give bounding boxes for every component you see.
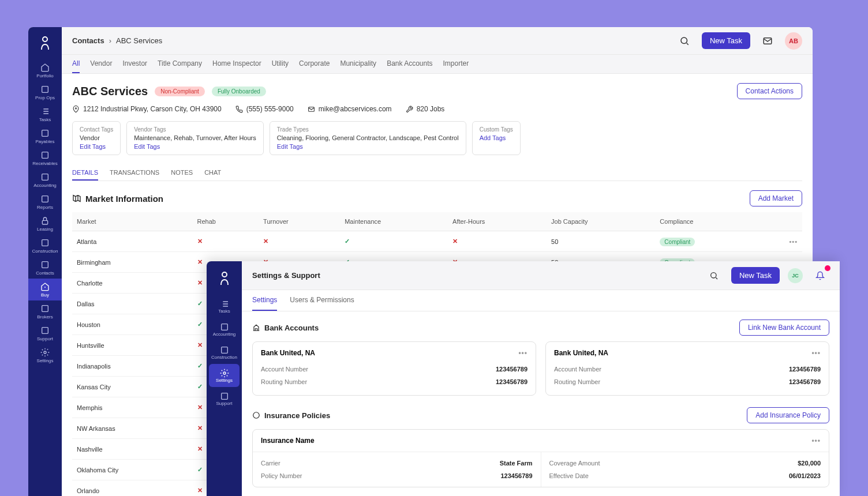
svg-rect-2 bbox=[42, 130, 48, 136]
bank-card: Bank United, NA••• Account Number1234567… bbox=[545, 341, 829, 396]
sidebar-item-settings[interactable]: Settings bbox=[209, 364, 240, 387]
settings-icon bbox=[40, 348, 50, 357]
svg-point-14 bbox=[75, 107, 76, 108]
svg-rect-7 bbox=[42, 239, 48, 246]
contact-actions-button[interactable]: Contact Actions bbox=[737, 83, 802, 99]
sidebar-item-tasks[interactable]: Tasks bbox=[207, 295, 242, 318]
more-icon[interactable]: ••• bbox=[811, 349, 821, 357]
portfolio-icon bbox=[40, 63, 50, 72]
sidebar-item-accounting[interactable]: Accounting bbox=[207, 318, 242, 341]
tab-home-inspector[interactable]: Home Inspector bbox=[212, 55, 261, 73]
avatar[interactable]: JC bbox=[788, 268, 803, 283]
search-icon[interactable] bbox=[675, 32, 694, 50]
more-icon[interactable]: ••• bbox=[518, 349, 527, 357]
overlay-window: TasksAccountingConstructionSettingsSuppo… bbox=[207, 261, 840, 496]
new-task-button[interactable]: New Task bbox=[702, 32, 750, 49]
add-market-button[interactable]: Add Market bbox=[750, 190, 802, 206]
tab-investor[interactable]: Investor bbox=[122, 55, 147, 73]
logo-icon bbox=[214, 268, 235, 289]
check-icon: ✓ bbox=[197, 383, 203, 390]
tab-utility[interactable]: Utility bbox=[272, 55, 289, 73]
tab-municipality[interactable]: Municipality bbox=[340, 55, 376, 73]
email: mike@abcservices.com bbox=[308, 105, 392, 113]
insurance-section-title: Insurance Policies bbox=[252, 411, 330, 420]
breadcrumb-current: ABC Services bbox=[116, 36, 162, 45]
tab-importer[interactable]: Importer bbox=[443, 55, 469, 73]
bank-card: Bank United, NA••• Account Number1234567… bbox=[252, 341, 536, 396]
sidebar-item-reports[interactable]: Reports bbox=[28, 191, 62, 213]
svg-point-11 bbox=[44, 351, 46, 354]
receivables-icon bbox=[40, 151, 50, 160]
sidebar-item-leasing[interactable]: Leasing bbox=[28, 213, 62, 235]
status-badge: Compliant bbox=[660, 238, 695, 246]
overlay-title: Settings & Support bbox=[252, 271, 320, 280]
more-icon[interactable]: ••• bbox=[811, 437, 821, 445]
breadcrumb: Contacts › ABC Services bbox=[72, 36, 162, 45]
overlay-sidebar: TasksAccountingConstructionSettingsSuppo… bbox=[207, 261, 242, 496]
topbar: Contacts › ABC Services New Task AB bbox=[62, 27, 813, 55]
new-task-button[interactable]: New Task bbox=[731, 267, 780, 284]
search-icon[interactable] bbox=[705, 266, 723, 285]
svg-rect-9 bbox=[42, 305, 48, 311]
edit-tags-link[interactable]: Add Tags bbox=[480, 134, 513, 141]
breadcrumb-root[interactable]: Contacts bbox=[72, 36, 104, 45]
tab-title-company[interactable]: Title Company bbox=[158, 55, 202, 73]
cross-icon: ✕ bbox=[197, 341, 203, 348]
sidebar-item-accounting[interactable]: Accounting bbox=[28, 169, 62, 191]
sidebar-item-support[interactable]: Support bbox=[207, 387, 242, 410]
avatar[interactable]: AB bbox=[785, 32, 802, 50]
construction-icon bbox=[40, 238, 50, 247]
contacts-icon bbox=[40, 260, 50, 269]
svg-point-21 bbox=[711, 272, 716, 277]
cross-icon: ✕ bbox=[197, 258, 203, 265]
subtab-transactions[interactable]: TRANSACTIONS bbox=[110, 166, 159, 181]
sidebar-item-support[interactable]: Support bbox=[28, 322, 62, 344]
sidebar-item-contacts[interactable]: Contacts bbox=[28, 257, 62, 279]
bell-icon[interactable] bbox=[811, 266, 829, 285]
sidebar-item-payables[interactable]: Payables bbox=[28, 125, 62, 147]
add-insurance-button[interactable]: Add Insurance Policy bbox=[747, 407, 829, 423]
sidebar-item-brokers[interactable]: Brokers bbox=[28, 300, 62, 322]
edit-tags-link[interactable]: Edit Tags bbox=[134, 143, 256, 150]
edit-tags-link[interactable]: Edit Tags bbox=[277, 143, 459, 150]
reports-icon bbox=[40, 194, 50, 204]
cross-icon: ✕ bbox=[197, 238, 203, 245]
cross-icon: ✕ bbox=[197, 487, 203, 494]
construction-icon bbox=[220, 345, 229, 355]
subtab-details[interactable]: DETAILS bbox=[72, 166, 98, 181]
subtab-notes[interactable]: NOTES bbox=[171, 166, 193, 181]
tab-settings[interactable]: Settings bbox=[252, 290, 277, 311]
cross-icon: ✕ bbox=[263, 238, 268, 245]
tab-vendor[interactable]: Vendor bbox=[90, 55, 112, 73]
check-icon: ✓ bbox=[197, 300, 203, 307]
address: 1212 Industrial Pkwy, Carson City, OH 43… bbox=[72, 105, 222, 113]
accounting-icon bbox=[220, 322, 229, 332]
sidebar-item-prop-ops[interactable]: Prop Ops bbox=[28, 81, 62, 103]
svg-rect-1 bbox=[42, 86, 48, 92]
sidebar-item-tasks[interactable]: Tasks bbox=[28, 103, 62, 125]
section-title: Market Information bbox=[72, 194, 163, 204]
subtab-chat[interactable]: CHAT bbox=[204, 166, 221, 181]
svg-rect-4 bbox=[42, 174, 48, 180]
cross-icon: ✕ bbox=[197, 445, 203, 452]
edit-tags-link[interactable]: Edit Tags bbox=[80, 143, 113, 150]
sidebar-item-portfolio[interactable]: Portfolio bbox=[28, 59, 62, 81]
tab-users-permissions[interactable]: Users & Permissions bbox=[290, 290, 354, 311]
sidebar-item-buy[interactable]: Buy bbox=[28, 279, 62, 300]
insurance-card: Insurance Name ••• CarrierState FarmPoli… bbox=[252, 429, 829, 487]
more-icon[interactable]: ••• bbox=[789, 238, 798, 245]
tab-bank-accounts[interactable]: Bank Accounts bbox=[387, 55, 432, 73]
status-badge: Non-Compliant bbox=[155, 87, 205, 96]
mail-icon[interactable] bbox=[758, 32, 777, 50]
phone: (555) 555-9000 bbox=[235, 105, 294, 113]
sidebar-item-construction[interactable]: Construction bbox=[207, 341, 242, 364]
svg-rect-3 bbox=[42, 152, 48, 158]
link-bank-button[interactable]: Link New Bank Account bbox=[739, 320, 829, 336]
sidebar-item-receivables[interactable]: Receivables bbox=[28, 147, 62, 169]
sidebar-item-settings[interactable]: Settings bbox=[28, 344, 62, 366]
tag-box: Custom TagsAdd Tags bbox=[472, 121, 521, 155]
tab-all[interactable]: All bbox=[72, 55, 80, 73]
tab-corporate[interactable]: Corporate bbox=[299, 55, 330, 73]
sidebar-item-construction[interactable]: Construction bbox=[28, 235, 62, 257]
svg-point-16 bbox=[222, 272, 227, 277]
